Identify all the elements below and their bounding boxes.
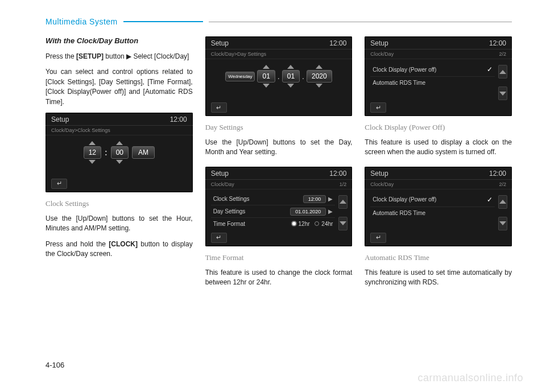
year-value: 2020: [307, 70, 332, 82]
screenshot-day-settings: Setup 12:00 Clock/Day>Day Settings Wedne…: [205, 36, 353, 116]
chevron-right-icon: ▶: [328, 208, 333, 214]
scroll-arrows: [338, 195, 348, 230]
minute-spinner[interactable]: 00: [111, 141, 129, 164]
device-breadcrumb: Clock/Day: [205, 180, 353, 189]
paragraph: Use the [Up/Down] buttons to set the Day…: [205, 138, 353, 158]
chevron-up-icon: [499, 70, 506, 74]
chevron-up-icon: [499, 200, 506, 204]
date-spinner-row: Wednesday 01 . 01 . 2020: [211, 65, 347, 88]
chevron-down-icon[interactable]: [89, 160, 96, 164]
chevron-down-icon[interactable]: [116, 160, 123, 164]
device-clock: 12:00: [489, 170, 506, 178]
chevron-up-icon[interactable]: [263, 65, 270, 69]
menu-row-day-settings[interactable]: Day Settings 01.01.2020▶: [211, 205, 336, 218]
page-indicator: 1/2: [340, 181, 347, 187]
menu-value: 12:00: [303, 195, 326, 203]
paragraph: You can select and control options relat…: [46, 67, 193, 107]
dot-separator: .: [302, 72, 304, 81]
column-3: Setup 12:00 Clock/Day 2/2 Clock Display …: [365, 36, 512, 288]
hour-spinner[interactable]: 12: [84, 141, 101, 164]
back-button[interactable]: ↵: [370, 233, 386, 243]
menu-label: Time Format: [213, 221, 245, 227]
menu-value: 01.01.2020: [290, 208, 326, 216]
device-title: Setup: [51, 115, 69, 123]
scroll-up-button[interactable]: [498, 195, 507, 209]
menu-row-clock-settings[interactable]: Clock Settings 12:00▶: [211, 193, 336, 205]
device-clock: 12:00: [170, 115, 187, 123]
screenshot-time-format: Setup 12:00 Clock/Day 1/2 Clock Settings…: [205, 167, 353, 246]
chevron-up-icon[interactable]: [89, 141, 96, 145]
scroll-up-button[interactable]: [338, 195, 348, 209]
ampm-value: AM: [132, 146, 155, 159]
device-title: Setup: [211, 39, 229, 47]
device-breadcrumb: Clock/Day>Clock Settings: [46, 126, 193, 135]
back-button[interactable]: ↵: [370, 102, 386, 113]
menu-list: Clock Settings 12:00▶ Day Settings 01.01…: [211, 193, 336, 230]
paragraph: Press the [SETUP] button ▶ Select [Clock…: [46, 52, 193, 61]
caption-clock-display: Clock Display (Power Off): [365, 123, 512, 132]
device-statusbar: Setup 12:00: [46, 113, 193, 126]
menu-row-clock-display[interactable]: Clock Display (Power off) ✓: [370, 63, 495, 77]
screenshot-automatic-rds-time: Setup 12:00 Clock/Day 2/2 Clock Display …: [365, 167, 512, 246]
back-button[interactable]: ↵: [51, 179, 67, 189]
day-spinner[interactable]: 01: [257, 65, 275, 88]
radio-12hr[interactable]: 12hr: [292, 221, 310, 227]
chevron-up-icon[interactable]: [287, 65, 294, 69]
menu-label: Automatic RDS Time: [373, 210, 425, 216]
chevron-down-icon[interactable]: [263, 84, 270, 88]
year-spinner[interactable]: 2020: [307, 65, 332, 88]
caption-clock-settings: Clock Settings: [46, 199, 193, 208]
menu-list: Clock Display (Power off) ✓ Automatic RD…: [370, 193, 495, 219]
radio-24hr[interactable]: 24hr: [315, 221, 333, 227]
menu-row-auto-rds[interactable]: Automatic RDS Time: [370, 77, 495, 89]
chevron-up-icon[interactable]: [116, 141, 123, 145]
device-statusbar: Setup 12:00: [365, 167, 512, 180]
menu-label: Clock Settings: [213, 196, 250, 202]
scroll-arrows: [498, 65, 507, 100]
screenshot-clock-settings: Setup 12:00 Clock/Day>Clock Settings 12 …: [46, 113, 193, 192]
menu-label: Automatic RDS Time: [373, 80, 425, 86]
chevron-down-icon: [340, 221, 346, 225]
menu-row-auto-rds[interactable]: Automatic RDS Time: [370, 207, 495, 219]
scroll-down-button[interactable]: [338, 217, 348, 230]
menu-label: Day Settings: [213, 208, 246, 214]
device-breadcrumb: Clock/Day>Day Settings: [205, 49, 353, 59]
chevron-down-icon[interactable]: [287, 84, 294, 88]
menu-row-time-format[interactable]: Time Format 12hr 24hr: [211, 218, 336, 230]
paragraph: This feature is used to display a clock …: [365, 138, 512, 158]
breadcrumb-text: Clock/Day: [211, 181, 234, 187]
paragraph: This feature is used to change the clock…: [205, 268, 353, 288]
text: Press and hold the: [46, 240, 109, 248]
page-header: Multimedia System: [46, 17, 512, 26]
time-spinner-row: 12 : 00 AM: [51, 141, 187, 164]
chevron-up-icon[interactable]: [316, 65, 322, 69]
scroll-down-button[interactable]: [498, 217, 507, 230]
month-spinner[interactable]: 01: [282, 65, 300, 88]
breadcrumb-text: Clock/Day: [370, 51, 394, 57]
menu-row-clock-display[interactable]: Clock Display (Power off) ✓: [370, 193, 495, 207]
caption-day-settings: Day Settings: [205, 123, 353, 132]
column-2: Setup 12:00 Clock/Day>Day Settings Wedne…: [205, 36, 353, 288]
check-icon: ✓: [487, 65, 493, 73]
device-breadcrumb: Clock/Day: [365, 180, 512, 189]
back-button[interactable]: ↵: [211, 102, 227, 113]
menu-list: Clock Display (Power off) ✓ Automatic RD…: [370, 63, 495, 89]
radio-label: 12hr: [299, 221, 310, 227]
dot-separator: .: [278, 72, 280, 81]
scroll-up-button[interactable]: [498, 65, 507, 79]
check-icon: ✓: [487, 196, 493, 204]
text-bold: [CLOCK]: [109, 240, 138, 248]
weekday-value: Wednesday: [225, 72, 255, 81]
scroll-down-button[interactable]: [498, 86, 507, 100]
device-body: 1/2 Clock Settings 12:00▶ Day Settings 0…: [205, 189, 353, 246]
scroll-arrows: [498, 195, 507, 230]
back-button[interactable]: ↵: [211, 233, 227, 243]
ampm-spinner[interactable]: AM: [132, 141, 155, 164]
chevron-down-icon: [499, 92, 506, 96]
breadcrumb-text: Clock/Day: [370, 181, 394, 187]
chevron-down-icon[interactable]: [316, 84, 322, 88]
page-indicator: 2/2: [499, 51, 507, 57]
colon-separator: :: [105, 148, 107, 157]
day-value: 01: [257, 70, 275, 82]
minute-value: 00: [111, 146, 129, 159]
